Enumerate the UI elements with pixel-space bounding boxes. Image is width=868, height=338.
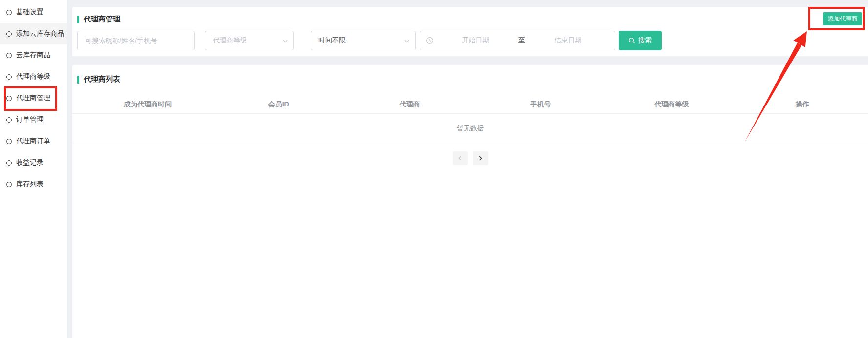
circle-bullet-icon — [6, 160, 12, 166]
sidebar-item-agent-management[interactable]: 代理商管理 — [0, 87, 67, 109]
title-accent-bar — [77, 76, 79, 84]
sidebar-item-label: 收益记录 — [16, 158, 44, 167]
chevron-down-icon — [403, 38, 410, 46]
sidebar: 基础设置 添加云库存商品 云库存商品 代理商等级 代理商管理 订单管理 代理商订… — [0, 0, 67, 338]
chevron-left-icon — [457, 155, 463, 161]
sidebar-item-label: 云库存商品 — [16, 51, 50, 60]
sidebar-item-cloud-stock-product[interactable]: 云库存商品 — [0, 44, 67, 66]
sidebar-item-order-management[interactable]: 订单管理 — [0, 109, 67, 130]
keyword-search-field[interactable] — [77, 31, 195, 50]
chevron-right-icon — [477, 155, 483, 161]
time-filter-value: 时间不限 — [318, 36, 346, 45]
agent-level-select-placeholder: 代理商等级 — [213, 36, 247, 45]
filter-row: 代理商等级 时间不限 开始日期 至 结束日期 — [77, 31, 662, 50]
sidebar-item-label: 基础设置 — [16, 8, 44, 17]
column-header-agent-level: 代理商等级 — [606, 100, 737, 109]
sidebar-item-stock-list[interactable]: 库存列表 — [0, 173, 67, 195]
pagination-prev-button[interactable] — [453, 151, 468, 165]
circle-bullet-icon — [6, 139, 12, 144]
circle-bullet-icon — [6, 96, 12, 101]
search-input[interactable] — [85, 37, 187, 44]
table-header-row: 成为代理商时间 会员ID 代理商 手机号 代理商等级 操作 — [72, 95, 868, 114]
date-start-placeholder: 开始日期 — [435, 36, 516, 45]
circle-bullet-icon — [6, 31, 12, 37]
list-title: 代理商列表 — [84, 75, 120, 84]
sidebar-item-label: 代理商等级 — [16, 72, 50, 81]
date-range-separator: 至 — [516, 36, 527, 45]
sidebar-item-label: 代理商订单 — [16, 137, 50, 146]
time-filter-select[interactable]: 时间不限 — [311, 31, 416, 50]
circle-bullet-icon — [6, 74, 12, 80]
magnifier-icon — [628, 37, 635, 44]
filter-card-title: 代理商管理 — [72, 7, 868, 24]
title-accent-bar — [77, 16, 79, 23]
filter-card: 代理商管理 代理商等级 时间不限 开始日期 至 — [72, 7, 868, 56]
sidebar-item-label: 订单管理 — [16, 115, 44, 124]
sidebar-item-revenue-records[interactable]: 收益记录 — [0, 152, 67, 173]
column-header-become-agent-time: 成为代理商时间 — [82, 100, 213, 109]
page-title: 代理商管理 — [84, 15, 120, 24]
circle-bullet-icon — [6, 182, 12, 187]
empty-state: 暂无数据 — [72, 114, 868, 143]
circle-bullet-icon — [6, 53, 12, 58]
date-end-placeholder: 结束日期 — [527, 36, 609, 45]
column-header-phone: 手机号 — [475, 100, 606, 109]
pagination-next-button[interactable] — [473, 151, 488, 165]
sidebar-item-agent-level[interactable]: 代理商等级 — [0, 66, 67, 87]
column-header-member-id: 会员ID — [213, 100, 344, 109]
list-card-title: 代理商列表 — [72, 65, 868, 84]
pagination — [72, 151, 868, 165]
sidebar-item-label: 代理商管理 — [16, 94, 50, 103]
sidebar-item-label: 库存列表 — [16, 180, 44, 189]
circle-bullet-icon — [6, 117, 12, 123]
sidebar-item-label: 添加云库存商品 — [16, 29, 64, 38]
search-button[interactable]: 搜索 — [619, 31, 662, 50]
date-range-picker[interactable]: 开始日期 至 结束日期 — [420, 31, 615, 50]
add-agent-button[interactable]: 添加代理商 — [823, 12, 862, 25]
sidebar-item-basic-settings[interactable]: 基础设置 — [0, 1, 67, 23]
search-button-label: 搜索 — [638, 36, 652, 45]
column-header-agent: 代理商 — [344, 100, 475, 109]
sidebar-item-add-cloud-stock-product[interactable]: 添加云库存商品 — [0, 23, 67, 44]
column-header-actions: 操作 — [737, 100, 868, 109]
agent-level-select[interactable]: 代理商等级 — [205, 31, 294, 50]
circle-bullet-icon — [6, 10, 12, 15]
clock-icon — [426, 37, 434, 44]
empty-state-text: 暂无数据 — [457, 124, 484, 133]
chevron-down-icon — [282, 38, 289, 46]
sidebar-item-agent-orders[interactable]: 代理商订单 — [0, 130, 67, 152]
agent-list-card: 代理商列表 成为代理商时间 会员ID 代理商 手机号 代理商等级 操作 暂无数据 — [72, 65, 868, 338]
